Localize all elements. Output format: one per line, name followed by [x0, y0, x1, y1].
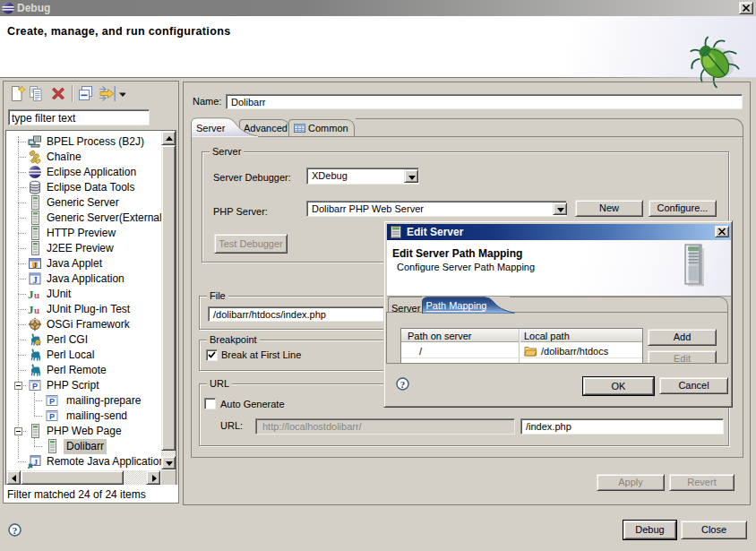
svg-text:Path Mapping: Path Mapping: [426, 300, 487, 311]
svg-text:?: ?: [13, 525, 18, 536]
svg-text:Server: Server: [196, 123, 226, 133]
svg-text:?: ?: [400, 379, 406, 390]
